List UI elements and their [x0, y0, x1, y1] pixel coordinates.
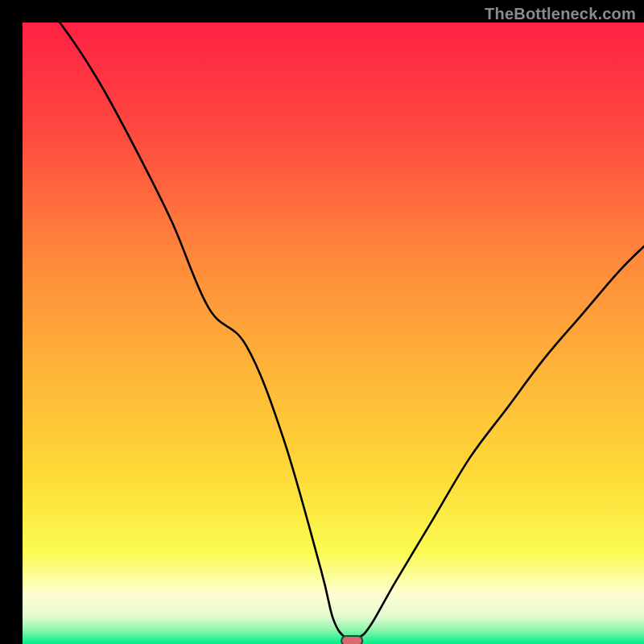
- plot-background: [23, 23, 644, 644]
- bottleneck-chart: [0, 0, 644, 644]
- watermark-text: TheBottleneck.com: [485, 5, 636, 23]
- minimum-marker: [341, 636, 362, 644]
- chart-stage: TheBottleneck.com: [0, 0, 644, 644]
